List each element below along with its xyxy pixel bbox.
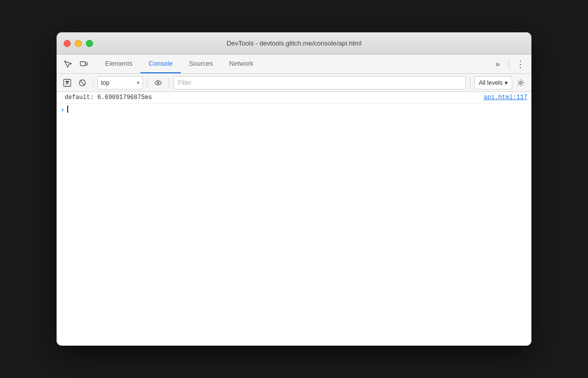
more-tabs-button[interactable]: » — [491, 57, 505, 71]
console-log-entry: default: 6.69091796875ms api.html:117 — [57, 92, 531, 104]
traffic-lights — [64, 40, 93, 47]
toolbar-divider-1 — [93, 78, 93, 88]
devtools-icons — [61, 55, 91, 73]
devtools-menu-button[interactable]: ⋮ — [513, 57, 527, 71]
tab-network[interactable]: Network — [221, 55, 262, 73]
svg-marker-3 — [65, 81, 69, 85]
maximize-button[interactable] — [86, 40, 93, 47]
levels-arrow-icon: ▾ — [505, 79, 508, 86]
svg-point-8 — [520, 81, 522, 84]
console-log-text: default: 6.69091796875ms — [65, 94, 152, 101]
titlebar: DevTools - devtools.glitch.me/console/ap… — [57, 32, 531, 55]
console-settings-button[interactable] — [514, 76, 527, 89]
console-toolbar: top ▾ All levels ▾ — [57, 74, 531, 92]
tab-console[interactable]: Console — [140, 55, 181, 73]
context-value: top — [101, 79, 135, 86]
device-toolbar-button[interactable] — [77, 57, 91, 71]
inspect-element-button[interactable] — [61, 57, 75, 71]
console-prompt-icon: › — [61, 106, 65, 115]
filter-input[interactable] — [173, 76, 466, 89]
svg-point-7 — [157, 82, 159, 84]
toolbar-divider-4 — [470, 78, 470, 88]
tabsbar-right: » ⋮ — [491, 55, 527, 73]
log-levels-button[interactable]: All levels ▾ — [474, 76, 512, 89]
svg-rect-1 — [85, 63, 87, 65]
tabs-bar: Elements Console Sources Network » ⋮ — [57, 55, 531, 74]
console-log-source[interactable]: api.html:117 — [484, 94, 527, 101]
console-input-area[interactable]: › — [57, 104, 531, 117]
window-title: DevTools - devtools.glitch.me/console/ap… — [227, 39, 362, 47]
svg-line-5 — [80, 80, 85, 85]
devtools-window: DevTools - devtools.glitch.me/console/ap… — [57, 32, 531, 346]
clear-console-button[interactable] — [61, 76, 74, 89]
divider — [509, 59, 509, 69]
eye-icon-button[interactable] — [152, 76, 165, 89]
toolbar-divider-3 — [169, 78, 169, 88]
tab-elements[interactable]: Elements — [97, 55, 140, 73]
levels-label: All levels — [479, 79, 503, 86]
minimize-button[interactable] — [75, 40, 82, 47]
tab-sources[interactable]: Sources — [181, 55, 221, 73]
context-selector[interactable]: top ▾ — [97, 76, 143, 89]
context-arrow-icon: ▾ — [137, 80, 139, 85]
console-cursor — [67, 106, 68, 113]
block-icon-button[interactable] — [76, 76, 89, 89]
console-content[interactable]: default: 6.69091796875ms api.html:117 › — [57, 92, 531, 346]
close-button[interactable] — [64, 40, 71, 47]
svg-rect-0 — [80, 62, 85, 66]
toolbar-divider-2 — [147, 78, 148, 88]
